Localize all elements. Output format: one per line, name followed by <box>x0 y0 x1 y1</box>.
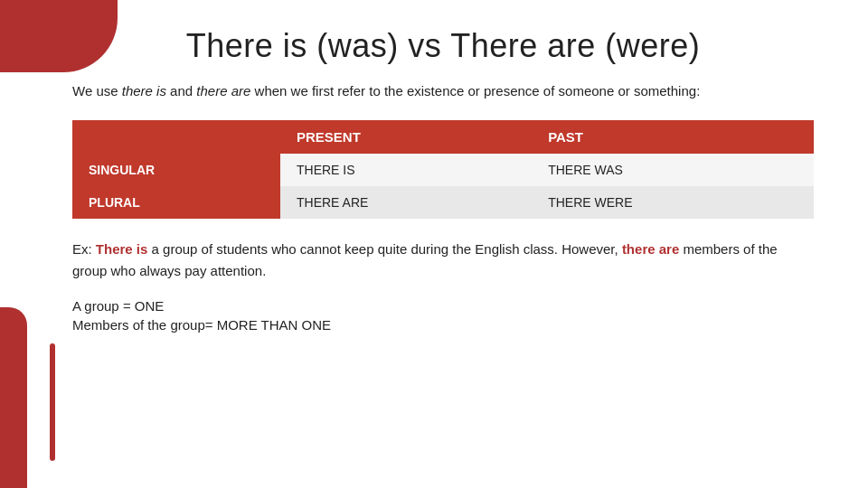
table-header-present: PRESENT <box>280 120 532 154</box>
italic-there-is: there is <box>122 83 166 99</box>
row-label-singular: SINGULAR <box>72 154 280 186</box>
table-header-empty <box>72 120 280 154</box>
row-label-plural: PLURAL <box>72 186 280 219</box>
cell-there-was: THERE WAS <box>532 154 814 186</box>
highlight-there-is: There is <box>96 241 148 257</box>
left-accent-bar <box>50 343 55 461</box>
table-row-plural: PLURAL THERE ARE THERE WERE <box>72 186 814 219</box>
example-paragraph: Ex: There is a group of students who can… <box>72 239 814 282</box>
cell-there-is: THERE IS <box>280 154 532 186</box>
example-middle1: a group of students who cannot keep quit… <box>147 241 622 257</box>
grammar-table: PRESENT PAST SINGULAR THERE IS THERE WAS… <box>72 120 814 219</box>
italic-there-are: there are <box>196 83 250 99</box>
table-row-singular: SINGULAR THERE IS THERE WAS <box>72 154 814 186</box>
table-header-past: PAST <box>532 120 814 154</box>
intro-paragraph: We use there is and there are when we fi… <box>72 81 814 102</box>
example-prefix: Ex: <box>72 241 96 257</box>
highlight-there-are: there are <box>622 241 679 257</box>
note-plural: Members of the group= MORE THAN ONE <box>72 317 814 333</box>
cell-there-were: THERE WERE <box>532 186 814 219</box>
note-singular: A group = ONE <box>72 298 814 314</box>
cell-there-are: THERE ARE <box>280 186 532 219</box>
page-title: There is (was) vs There are (were) <box>72 27 814 65</box>
